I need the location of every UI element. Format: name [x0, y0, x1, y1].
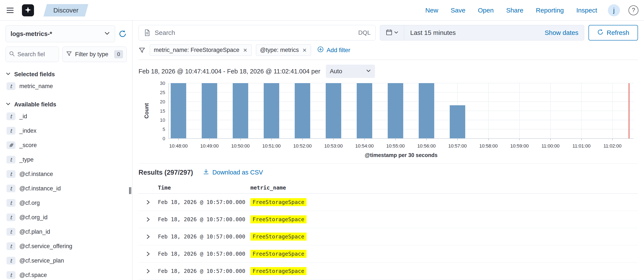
field-controls: Filter by type 0	[6, 47, 127, 62]
avatar[interactable]: j	[608, 4, 620, 16]
close-icon[interactable]	[243, 48, 248, 53]
download-csv-label: Download as CSV	[212, 169, 263, 176]
download-csv-button[interactable]: Download as CSV	[203, 168, 263, 176]
nav-inspect[interactable]: Inspect	[576, 7, 597, 14]
breadcrumb[interactable]: Discover	[44, 4, 88, 17]
expand-row-icon[interactable]	[138, 217, 158, 222]
header-nav: New Save Open Share Reporting Inspect	[425, 7, 597, 14]
nav-share[interactable]: Share	[506, 7, 523, 14]
query-input[interactable]	[155, 29, 354, 36]
column-header-time[interactable]: Time	[158, 185, 250, 191]
results-section: Results (297/297) Download as CSV Time m…	[138, 163, 638, 280]
sidebar: logs-metrics-* Filter by type	[0, 21, 132, 280]
refresh-button[interactable]: Refresh	[588, 25, 638, 41]
refresh-fields-icon[interactable]	[118, 30, 127, 38]
nav-new[interactable]: New	[425, 7, 438, 14]
calendar-icon	[386, 29, 392, 37]
saved-query-icon[interactable]	[144, 29, 151, 36]
nav-open[interactable]: Open	[478, 7, 494, 14]
field-search[interactable]	[6, 47, 59, 62]
results-count: Results (297/297)	[138, 169, 193, 176]
refresh-button-label: Refresh	[606, 29, 629, 36]
filter-pill-metric-name[interactable]: metric_name: FreeStorageSpace	[150, 44, 252, 56]
table-header-row: Time metric_name	[138, 182, 638, 194]
field-type-badge: t	[6, 170, 16, 178]
field-name: @cf.service_plan	[19, 257, 64, 264]
field-type-badge: t	[6, 228, 16, 236]
field-type-badge: t	[6, 112, 16, 120]
filter-count-badge: 0	[114, 50, 123, 58]
row-time: Feb 18, 2026 @ 10:57:00.000	[158, 233, 250, 240]
query-bar[interactable]: DQL	[138, 25, 376, 41]
svg-text:10:49:00: 10:49:00	[200, 143, 219, 149]
field-item[interactable]: t _id	[6, 110, 127, 122]
expand-row-icon[interactable]	[138, 251, 158, 257]
svg-text:10:57:00: 10:57:00	[448, 143, 467, 149]
results-header: Results (297/297) Download as CSV	[138, 168, 638, 176]
search-icon	[9, 51, 15, 58]
expand-row-icon[interactable]	[138, 234, 158, 239]
field-type-badge: t	[6, 185, 16, 192]
field-name: @cf.instance	[19, 171, 53, 177]
field-item[interactable]: t @cf.service_offering	[6, 240, 127, 252]
interval-select[interactable]: Auto	[326, 65, 375, 78]
download-icon	[203, 168, 209, 176]
svg-text:11:00:00: 11:00:00	[542, 143, 560, 149]
resize-handle[interactable]	[128, 186, 132, 196]
date-picker: Last 15 minutes Show dates	[380, 25, 584, 41]
filter-funnel-icon[interactable]	[138, 47, 146, 54]
table-row: Feb 18, 2026 @ 10:57:00.000 FreeStorageS…	[138, 211, 638, 228]
field-type-badge: t	[6, 257, 16, 264]
field-type-badge: t	[6, 156, 16, 163]
field-item[interactable]: t @cf.instance_id	[6, 182, 127, 194]
svg-text:20: 20	[160, 99, 165, 104]
add-filter-label: Add filter	[326, 47, 350, 54]
quick-select-button[interactable]	[380, 25, 404, 40]
query-language-label[interactable]: DQL	[358, 29, 370, 36]
field-type-badge: t	[6, 199, 16, 207]
time-range-label[interactable]: Last 15 minutes	[404, 29, 545, 36]
show-dates-button[interactable]: Show dates	[545, 29, 584, 36]
svg-text:5: 5	[162, 127, 165, 132]
field-item[interactable]: t @cf.org	[6, 197, 127, 209]
index-pattern-row: logs-metrics-*	[6, 26, 127, 42]
svg-text:10:59:00: 10:59:00	[510, 143, 529, 149]
field-name: _score	[19, 142, 37, 149]
field-item[interactable]: t @cf.plan_id	[6, 226, 127, 238]
svg-text:10:52:00: 10:52:00	[293, 143, 312, 149]
filter-pill-type[interactable]: @type: metrics	[256, 44, 311, 56]
available-fields-header[interactable]: Available fields	[6, 101, 127, 108]
filter-by-type-label: Filter by type	[75, 51, 108, 58]
close-icon[interactable]	[302, 48, 307, 53]
plus-circle-icon	[317, 46, 324, 54]
histogram-chart[interactable]: 05101520253010:48:0010:49:0010:50:0010:5…	[138, 80, 638, 161]
nav-reporting[interactable]: Reporting	[536, 7, 564, 14]
field-item-metric-name[interactable]: t metric_name	[6, 80, 127, 92]
expand-row-icon[interactable]	[138, 268, 158, 274]
field-item[interactable]: t _index	[6, 125, 127, 137]
app-logo[interactable]	[22, 4, 34, 16]
row-time: Feb 18, 2026 @ 10:57:00.000	[158, 251, 250, 257]
field-item[interactable]: t @cf.org_id	[6, 211, 127, 223]
field-item[interactable]: t @cf.instance	[6, 168, 127, 180]
index-pattern-label: logs-metrics-*	[10, 30, 104, 38]
help-icon[interactable]: ?	[628, 6, 638, 15]
chevron-down-icon	[104, 30, 110, 38]
nav-save[interactable]: Save	[451, 7, 465, 14]
field-item[interactable]: t @cf.space	[6, 269, 127, 280]
field-item[interactable]: # _score	[6, 139, 127, 151]
svg-text:Count: Count	[144, 103, 150, 119]
field-item[interactable]: t _type	[6, 154, 127, 166]
index-pattern-select[interactable]: logs-metrics-*	[6, 26, 115, 42]
add-filter-button[interactable]: Add filter	[317, 46, 350, 54]
field-item[interactable]: t @cf.service_plan	[6, 254, 127, 267]
filter-by-type-button[interactable]: Filter by type 0	[62, 47, 127, 62]
menu-icon[interactable]	[6, 6, 15, 15]
expand-row-icon[interactable]	[138, 199, 158, 205]
filter-row: metric_name: FreeStorageSpace @type: met…	[138, 44, 638, 60]
selected-fields-header[interactable]: Selected fields	[6, 71, 127, 78]
field-search-input[interactable]	[18, 51, 56, 58]
row-time: Feb 18, 2026 @ 10:57:00.000	[158, 199, 250, 205]
column-header-metric-name[interactable]: metric_name	[250, 185, 638, 191]
time-range-summary: Feb 18, 2026 @ 10:47:41.004 - Feb 18, 20…	[138, 68, 320, 75]
